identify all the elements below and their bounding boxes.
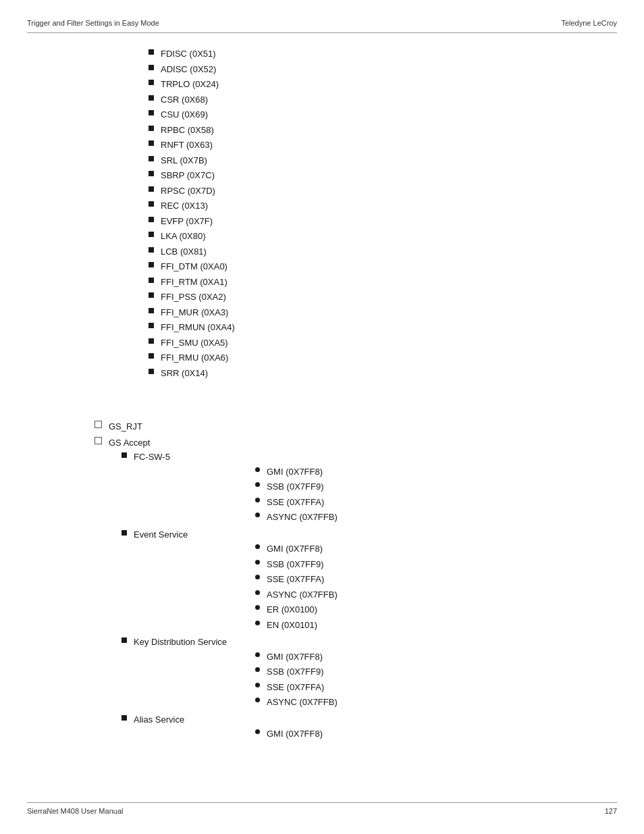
alias-service-item: Alias Service GMI (0X7FF8) — [27, 713, 617, 743]
list-item: RNFT (0X63) — [27, 138, 617, 152]
list-item: FFI_RTM (0XA1) — [27, 276, 617, 289]
circle-bullet — [255, 590, 260, 595]
square-bullet — [149, 292, 154, 298]
circle-bullet — [255, 575, 260, 579]
list-item: GMI (0X7FF8) — [134, 727, 323, 741]
fc-sw5-subitems: GMI (0X7FF8)SSB (0X7FF9)SSE (0X7FFA)ASYN… — [134, 465, 338, 524]
square-bullet — [149, 308, 154, 313]
square-bullet — [149, 278, 154, 283]
list-item: EN (0X0101) — [134, 619, 338, 632]
square-bullet — [149, 80, 154, 85]
fc-sw5-item: FC-SW-5 GMI (0X7FF8)SSB (0X7FF9)SSE (0X7… — [27, 450, 617, 526]
circle-bullet — [255, 498, 260, 502]
key-dist-subitems: GMI (0X7FF8)SSB (0X7FF9)SSE (0X7FFA)ASYN… — [134, 650, 338, 709]
square-bullet — [149, 232, 154, 237]
gs-accept-label: GS Accept — [109, 436, 150, 450]
list-item: CSR (0X68) — [27, 93, 617, 107]
checkbox-icon-gs-rjt — [95, 421, 102, 428]
list-item: FFI_DTM (0XA0) — [27, 260, 617, 273]
list-item: FFI_MUR (0XA3) — [27, 306, 617, 319]
bottom-checkbox-list: GS_RJT GS Accept FC-SW-5 GMI (0X7FF8)SSB… — [27, 420, 617, 743]
fc-sw5-label: FC-SW-5 — [134, 452, 170, 462]
gs-accept-item: GS Accept FC-SW-5 GMI (0X7FF8)SSB (0X7FF… — [27, 436, 617, 743]
footer-rule — [27, 802, 617, 803]
circle-bullet — [255, 652, 260, 657]
header-right: Teledyne LeCroy — [561, 19, 617, 27]
list-item: SSB (0X7FF9) — [134, 558, 338, 571]
square-bullet — [149, 353, 154, 359]
sq2-bullet-key-dist — [122, 637, 127, 643]
footer-left: SierraNet M408 User Manual — [27, 807, 123, 815]
circle-bullet — [255, 467, 260, 472]
list-item: FFI_SMU (0XA5) — [27, 336, 617, 350]
square-bullet — [149, 262, 154, 267]
list-item: FDISC (0X51) — [27, 47, 617, 61]
page-header: Trigger and Filter Settings in Easy Mode… — [0, 19, 644, 27]
list-item: ASYNC (0X7FFB) — [134, 511, 338, 524]
circle-bullet — [255, 667, 260, 672]
key-dist-label: Key Distribution Service — [134, 637, 227, 647]
gs-rjt-item: GS_RJT — [27, 420, 617, 434]
square-bullet — [149, 110, 154, 115]
sq2-bullet-event-service — [122, 530, 127, 536]
square-bullet — [149, 247, 154, 253]
circle-bullet — [255, 560, 260, 565]
circle-bullet — [255, 698, 260, 702]
list-item: GMI (0X7FF8) — [134, 650, 338, 664]
footer-right: 127 — [605, 807, 617, 815]
event-service-item: Event Service GMI (0X7FF8)SSB (0X7FF9)SS… — [27, 528, 617, 634]
square-bullet — [149, 171, 154, 176]
list-item: SSE (0X7FFA) — [134, 496, 338, 509]
sq2-bullet-fc-sw5 — [122, 452, 127, 458]
list-item: RPSC (0X7D) — [27, 184, 617, 198]
square-bullet — [149, 201, 154, 207]
circle-bullet — [255, 513, 260, 517]
list-item: SBRP (0X7C) — [27, 169, 617, 182]
list-item: SSB (0X7FF9) — [134, 665, 338, 679]
list-item: SSE (0X7FFA) — [134, 681, 338, 694]
square-bullet — [149, 156, 154, 161]
gs-rjt-label: GS_RJT — [109, 420, 142, 434]
event-service-label: Event Service — [134, 529, 188, 540]
square-bullet — [149, 338, 154, 344]
circle-bullet — [255, 482, 260, 487]
list-item: SRR (0X14) — [27, 367, 617, 380]
square-bullet — [149, 95, 154, 101]
alias-service-subitems: GMI (0X7FF8) — [134, 727, 323, 741]
list-item: CSU (0X69) — [27, 108, 617, 122]
list-item: EVFP (0X7F) — [27, 215, 617, 228]
list-item: GMI (0X7FF8) — [134, 542, 338, 556]
square-bullet — [149, 140, 154, 146]
event-service-subitems: GMI (0X7FF8)SSB (0X7FF9)SSE (0X7FFA)ASYN… — [134, 542, 338, 631]
header-left: Trigger and Filter Settings in Easy Mode — [27, 19, 159, 27]
circle-bullet — [255, 544, 260, 549]
circle-bullet — [255, 683, 260, 687]
circle-bullet — [255, 621, 260, 625]
list-item: SSB (0X7FF9) — [134, 480, 338, 494]
circle-bullet — [255, 605, 260, 610]
list-item: RPBC (0X58) — [27, 124, 617, 137]
list-item: SSE (0X7FFA) — [134, 573, 338, 586]
square-bullet — [149, 49, 154, 55]
list-item: SRL (0X7B) — [27, 154, 617, 167]
circle-bullet — [255, 729, 260, 734]
alias-service-label: Alias Service — [134, 714, 184, 725]
key-dist-item: Key Distribution Service GMI (0X7FF8)SSB… — [27, 635, 617, 711]
list-item: LKA (0X80) — [27, 230, 617, 243]
list-item: GMI (0X7FF8) — [134, 465, 338, 479]
main-content: FDISC (0X51)ADISC (0X52)TRPLO (0X24)CSR … — [27, 41, 617, 793]
list-item: ASYNC (0X7FFB) — [134, 588, 338, 602]
checkbox-icon-gs-accept — [95, 437, 102, 444]
list-item: TRPLO (0X24) — [27, 78, 617, 91]
list-item: LCB (0X81) — [27, 245, 617, 259]
list-item: ER (0X0100) — [134, 603, 338, 617]
list-item: FFI_RMU (0XA6) — [27, 351, 617, 365]
square-bullet — [149, 369, 154, 374]
list-item: ADISC (0X52) — [27, 63, 617, 76]
square-bullet — [149, 217, 154, 222]
list-item: REC (0X13) — [27, 199, 617, 213]
sq2-bullet-alias-service — [122, 715, 127, 721]
square-bullet — [149, 186, 154, 192]
fc-sw5-list: FC-SW-5 GMI (0X7FF8)SSB (0X7FF9)SSE (0X7… — [27, 450, 617, 743]
list-item: ASYNC (0X7FFB) — [134, 696, 338, 709]
